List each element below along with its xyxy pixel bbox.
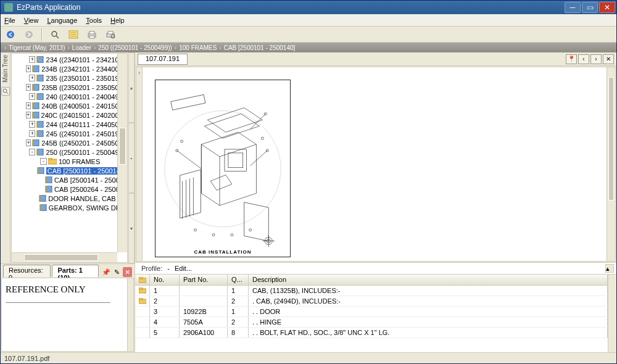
svg-rect-27 — [33, 102, 34, 109]
tree-expander-icon[interactable]: + — [29, 130, 35, 137]
tab-edit-icon[interactable]: ✎ — [112, 267, 122, 277]
svg-rect-71 — [228, 153, 243, 168]
viewer-expand-handle[interactable]: › — [136, 67, 143, 261]
table-row[interactable]: 52906A1008. . BOLT, FLAT HD., SOC., 3/8"… — [135, 328, 608, 338]
print-preview-button[interactable] — [103, 28, 118, 41]
tree-horizontal-scrollbar[interactable] — [12, 252, 117, 262]
tree-item[interactable]: CAB [2500101 - 2500140] — [12, 166, 127, 175]
profile-scroll-up[interactable]: ▴ — [605, 264, 614, 273]
menu-language[interactable]: Language — [47, 17, 77, 24]
reference-heading: REFERENCE ONLY — [6, 284, 130, 295]
sidebar-search-icon[interactable] — [1, 87, 10, 96]
grid-icon-header[interactable] — [135, 275, 150, 285]
svg-point-1 — [25, 31, 33, 38]
menu-help[interactable]: Help — [110, 17, 125, 24]
tree-item[interactable]: +245B ((2450201 - 2450500)) — [12, 138, 127, 147]
diagram-caption: CAB INSTALLATION — [194, 249, 251, 255]
svg-point-63 — [212, 234, 215, 236]
profile-edit-link[interactable]: Edit... — [175, 265, 192, 272]
table-row[interactable]: 310922B1. . DOOR — [135, 307, 608, 317]
crumb-1[interactable]: Loader — [72, 44, 91, 51]
tree-expander-icon[interactable]: + — [26, 139, 31, 146]
window-title: EzParts Application — [17, 3, 565, 12]
tree-item[interactable]: +240B ((2400501 - 2401500)) — [12, 101, 127, 110]
tree-item[interactable]: CAB [2500264 - 250049 — [12, 184, 127, 194]
tab-pin-icon[interactable]: 📌 — [101, 267, 111, 277]
tree-expander-icon[interactable]: + — [26, 84, 31, 91]
tree-item[interactable]: +235B ((2350201 - 2350500)) — [12, 83, 127, 92]
tree-item[interactable]: +240 ((2400101 - 2400499)) — [12, 92, 127, 101]
grid-header-desc[interactable]: Description — [249, 275, 608, 285]
svg-rect-77 — [139, 277, 143, 279]
tree-item[interactable]: +235 ((2350101 - 2350199)) — [12, 73, 127, 83]
grid-header-qty[interactable]: Q... — [228, 275, 249, 285]
crumb-0[interactable]: Tigercat (May, 2013) — [9, 44, 65, 51]
parts-grid: No. Part No. Q... Description 11CAB, (11… — [135, 275, 616, 352]
tree-item-label: GEARBOX, SWING DRIV — [49, 204, 127, 212]
tree-item[interactable]: +245 ((2450101 - 2450199)) — [12, 129, 127, 138]
reference-scrollbar[interactable] — [127, 278, 133, 351]
tree-expander-icon[interactable]: + — [26, 65, 31, 72]
file-next-icon[interactable]: › — [590, 54, 602, 64]
tree-expander-icon[interactable]: - — [40, 158, 47, 165]
table-row[interactable]: 22. CAB, (2494D), INCLUDES:- — [135, 296, 608, 307]
tab-close-icon[interactable]: ✕ — [123, 267, 132, 277]
tree-expander-icon[interactable]: + — [29, 56, 35, 63]
print-button[interactable] — [85, 28, 99, 41]
tree-expander-icon[interactable]: + — [26, 102, 31, 109]
cell-desc: . . HINGE — [249, 317, 608, 327]
grid-header-no[interactable]: No. — [150, 275, 180, 285]
file-prev-icon[interactable]: ‹ — [578, 54, 589, 64]
tree-item[interactable]: DOOR HANDLE, CAB [25 — [12, 194, 127, 203]
maximize-button[interactable]: ▭ — [582, 2, 598, 13]
table-row[interactable]: 47505A2. . HINGE — [135, 317, 608, 328]
menu-tools[interactable]: Tools — [86, 17, 102, 24]
back-button[interactable] — [3, 28, 18, 41]
diagram-svg — [159, 83, 287, 248]
menu-file[interactable]: File — [4, 17, 15, 24]
tree-item[interactable]: -100 FRAMES — [12, 157, 127, 166]
tree-item[interactable]: -250 ((2500101 - 2500499)) — [12, 147, 127, 157]
diagram-page[interactable]: Tigercat — [143, 67, 607, 261]
viewer-scrollbar[interactable] — [607, 67, 615, 261]
tree-item[interactable]: +234B ((2342101 - 2344000)) — [12, 64, 127, 73]
cell-part — [180, 296, 228, 306]
tree-item[interactable]: CAB [2500141 - 250026 — [12, 175, 127, 184]
tree-item[interactable]: +240C ((2401501 - 2402000)) — [12, 110, 127, 120]
tree-expander-icon[interactable]: + — [29, 121, 35, 128]
list-button[interactable] — [66, 28, 81, 41]
forward-button[interactable] — [22, 28, 36, 41]
cell-q: 1 — [228, 307, 249, 316]
tree-item[interactable]: GEARBOX, SWING DRIV — [12, 203, 127, 212]
file-pin-icon[interactable]: 📍 — [566, 54, 577, 64]
grid-scrollbar[interactable] — [608, 275, 616, 352]
tree-expander-icon[interactable]: + — [26, 112, 31, 118]
tree-vertical-scrollbar[interactable] — [117, 54, 127, 252]
tree-item[interactable]: +234 ((2340101 - 2342100)) — [12, 55, 127, 64]
tree-expander-icon[interactable]: - — [29, 149, 35, 155]
tree-item[interactable]: +244 ((2440111 - 2440500)) — [12, 120, 127, 129]
svg-point-2 — [52, 31, 57, 36]
crumb-4[interactable]: CAB [2500101 - 2500140] — [224, 44, 296, 51]
search-button[interactable] — [48, 28, 62, 41]
minimize-button[interactable]: ─ — [565, 2, 581, 13]
menu-view[interactable]: View — [24, 17, 39, 24]
cell-no: 4 — [150, 317, 180, 327]
tab-parts[interactable]: Parts: 1 (10) — [52, 265, 99, 277]
crumb-3[interactable]: 100 FRAMES — [179, 44, 217, 51]
file-close-icon[interactable]: ✕ — [603, 54, 614, 64]
crumb-2[interactable]: 250 ((2500101 - 2500499)) — [98, 44, 172, 51]
grid-header-part[interactable]: Part No. — [180, 275, 228, 285]
book-icon — [36, 75, 44, 82]
sidebar-tab-main-tree[interactable]: Main Tree — [2, 55, 9, 82]
tree-expander-icon[interactable]: + — [29, 75, 35, 81]
cell-no: 3 — [150, 307, 180, 316]
cell-q: 8 — [228, 328, 249, 337]
close-button[interactable]: ✕ — [599, 2, 615, 13]
file-tab[interactable]: 107.07.191 — [138, 54, 188, 65]
svg-rect-43 — [46, 176, 47, 183]
tree-splitter[interactable]: ▴•▾ — [128, 52, 135, 263]
tree-expander-icon[interactable]: + — [29, 93, 35, 100]
table-row[interactable]: 11CAB, (11325B), INCLUDES:- — [135, 286, 608, 296]
tab-resources[interactable]: Resources: 0 — [3, 265, 51, 277]
